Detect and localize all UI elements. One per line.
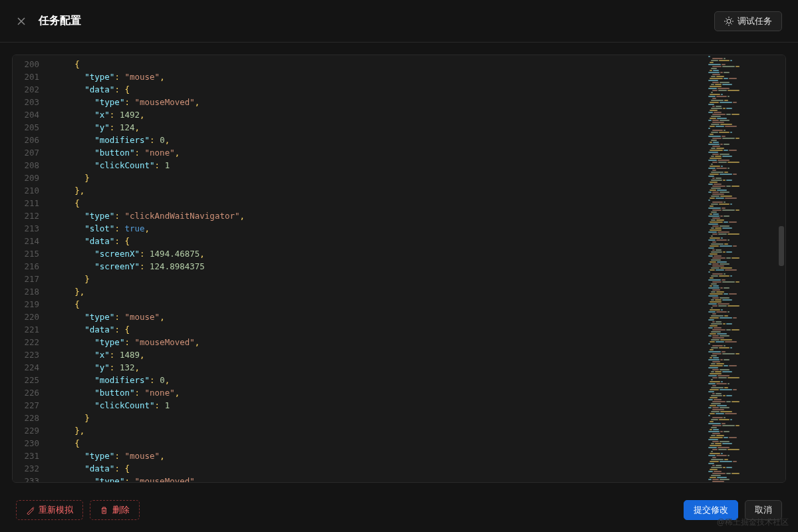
debug-task-button[interactable]: 调试任务 [714, 11, 782, 31]
svg-point-1 [33, 507, 34, 507]
debug-task-label: 调试任务 [737, 15, 772, 27]
scrollbar[interactable] [777, 55, 785, 482]
code-content[interactable]: { "type": "mouse", "data": { "type": "mo… [45, 55, 704, 482]
magic-wand-icon [26, 506, 35, 515]
debug-icon [724, 17, 733, 26]
svg-point-0 [727, 19, 731, 23]
trash-icon [100, 506, 108, 515]
line-gutter: 2002012022032042052062072082092102112122… [13, 55, 45, 482]
scroll-thumb[interactable] [779, 226, 784, 266]
delete-button[interactable]: 删除 [90, 500, 140, 520]
resimulate-button[interactable]: 重新模拟 [16, 500, 83, 520]
close-icon[interactable] [16, 16, 27, 27]
delete-label: 删除 [112, 504, 130, 516]
cancel-button[interactable]: 取消 [745, 500, 782, 520]
code-editor[interactable]: 2002012022032042052062072082092102112122… [12, 55, 786, 483]
cancel-label: 取消 [755, 504, 772, 516]
footer: 重新模拟 删除 提交修改 取消 [0, 495, 798, 532]
header: 任务配置 调试任务 [0, 0, 798, 43]
page-title: 任务配置 [39, 14, 714, 28]
submit-label: 提交修改 [694, 504, 728, 516]
resimulate-label: 重新模拟 [39, 504, 73, 516]
submit-button[interactable]: 提交修改 [684, 500, 738, 520]
minimap[interactable] [704, 55, 777, 482]
